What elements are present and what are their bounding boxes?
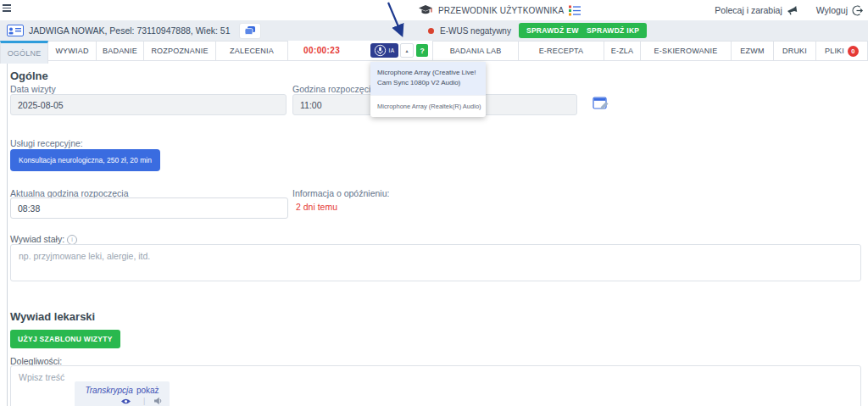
microphone-icon bbox=[374, 44, 387, 57]
graduation-cap-icon bbox=[418, 4, 433, 16]
permanent-interview-label-text: Wywiad stały: bbox=[10, 234, 64, 244]
medical-interview-title: Wywiad lekarski bbox=[10, 310, 95, 323]
transcription-label: Transkrypcja bbox=[85, 386, 133, 395]
refer-and-earn-link[interactable]: Polecaj i zarabiaj bbox=[715, 5, 797, 15]
user-guide[interactable]: PRZEWODNIK UŻYTKOWNIKA bbox=[418, 0, 581, 20]
visit-date-label: Data wizyty bbox=[10, 84, 56, 94]
top-bar: PRZEWODNIK UŻYTKOWNIKA Polecaj i zarabia… bbox=[0, 0, 868, 20]
info-icon: i bbox=[67, 235, 77, 245]
tab-rozpoznanie[interactable]: ROZPOZNANIE bbox=[144, 41, 216, 60]
eye-icon[interactable] bbox=[120, 398, 131, 405]
mic-device-option-1[interactable]: Microphone Array (Creative Live! Cam Syn… bbox=[370, 62, 486, 95]
check-ikp-button[interactable]: SPRAWDŹ IKP bbox=[579, 23, 647, 38]
tab-pliki[interactable]: PLIKI 0 bbox=[816, 41, 868, 60]
calendar-edit-icon[interactable] bbox=[593, 96, 609, 111]
logout-icon bbox=[852, 5, 863, 16]
tab-pliki-label: PLIKI bbox=[825, 47, 844, 55]
ewus-status-dot bbox=[428, 28, 434, 34]
tab-e-skierowanie[interactable]: E-SKIEROWANIE bbox=[641, 41, 732, 60]
mic-device-dropdown: Microphone Array (Creative Live! Cam Syn… bbox=[370, 62, 486, 117]
use-visit-template-button[interactable]: UŻYJ SZABLONU WIZYTY bbox=[10, 330, 120, 348]
user-guide-label: PRZEWODNIK UŻYTKOWNIKA bbox=[438, 6, 564, 15]
notes-stack-icon bbox=[244, 25, 256, 36]
start-time-label: Godzina rozpoczęcia bbox=[292, 84, 376, 94]
megaphone-icon bbox=[787, 5, 798, 15]
hamburger-menu-icon[interactable] bbox=[3, 3, 11, 11]
tab-druki[interactable]: DRUKI bbox=[774, 41, 816, 60]
files-count-badge: 0 bbox=[848, 46, 859, 57]
refer-link-label: Polecaj i zarabiaj bbox=[715, 5, 782, 15]
visit-timer: 00:00:23 bbox=[303, 41, 340, 60]
patient-bar: JADWIGA NOWAK, Pesel: 73110947888, Wiek:… bbox=[0, 20, 868, 41]
reception-service-chip[interactable]: Konsultacja neurologiczna, 250 zł, 20 mi… bbox=[10, 149, 160, 171]
logout-label: Wyloguj bbox=[816, 5, 848, 15]
tab-e-zla[interactable]: E-ZLA bbox=[604, 41, 641, 60]
mic-button-label: IA bbox=[388, 47, 394, 53]
ewus-status-label: E-WUS negatywny bbox=[440, 26, 511, 36]
delay-info-label: Informacja o opóźnieniu: bbox=[292, 188, 389, 198]
reception-services-label: Usługi recepcyjne: bbox=[10, 138, 83, 148]
tab-badanie[interactable]: BADANIE bbox=[97, 41, 144, 60]
speaker-icon[interactable] bbox=[153, 397, 163, 405]
actual-start-input[interactable] bbox=[10, 197, 288, 219]
permanent-interview-label: Wywiad stały:i bbox=[10, 234, 77, 245]
section-title-ogolne: Ogólne bbox=[10, 70, 48, 82]
checklist-icon bbox=[569, 5, 581, 16]
tab-e-recepta[interactable]: E-RECEPTA bbox=[519, 41, 604, 60]
logout-link[interactable]: Wyloguj bbox=[816, 5, 863, 16]
mic-device-dropdown-toggle[interactable]: ▴ bbox=[400, 43, 414, 58]
mic-device-option-2[interactable]: Microphone Array (Realtek(R) Audio) bbox=[370, 95, 486, 118]
id-card-icon bbox=[7, 25, 24, 36]
tab-zalecenia[interactable]: ZALECENIA bbox=[216, 41, 288, 60]
microphone-record-button[interactable]: IA bbox=[370, 43, 398, 58]
help-button[interactable]: ? bbox=[416, 44, 428, 57]
tab-ogolne[interactable]: OGÓLNE bbox=[0, 41, 48, 64]
tab-wywiad[interactable]: WYWIAD bbox=[48, 41, 97, 60]
patient-info-label: JADWIGA NOWAK, Pesel: 73110947888, Wiek:… bbox=[29, 25, 231, 36]
delay-info-value: 2 dni temu bbox=[296, 202, 337, 212]
tab-toolbar-area: 00:00:23 IA ▴ ? bbox=[288, 41, 432, 60]
visit-tab-bar: OGÓLNE WYWIAD BADANIE ROZPOZNANIE ZALECE… bbox=[0, 41, 868, 61]
caret-up-icon: ▴ bbox=[406, 47, 409, 53]
patient-notes-button[interactable] bbox=[239, 23, 261, 39]
permanent-interview-textarea[interactable] bbox=[10, 244, 861, 281]
transcription-show-link[interactable]: pokaż bbox=[136, 386, 159, 395]
visit-date-input[interactable] bbox=[10, 94, 287, 115]
transcription-panel: Transkrypcja pokaż | bbox=[75, 381, 170, 406]
divider: | bbox=[143, 397, 145, 405]
tab-badania-lab[interactable]: BADANIA LAB bbox=[432, 41, 519, 60]
tab-ezwm[interactable]: EZWM bbox=[732, 41, 774, 60]
